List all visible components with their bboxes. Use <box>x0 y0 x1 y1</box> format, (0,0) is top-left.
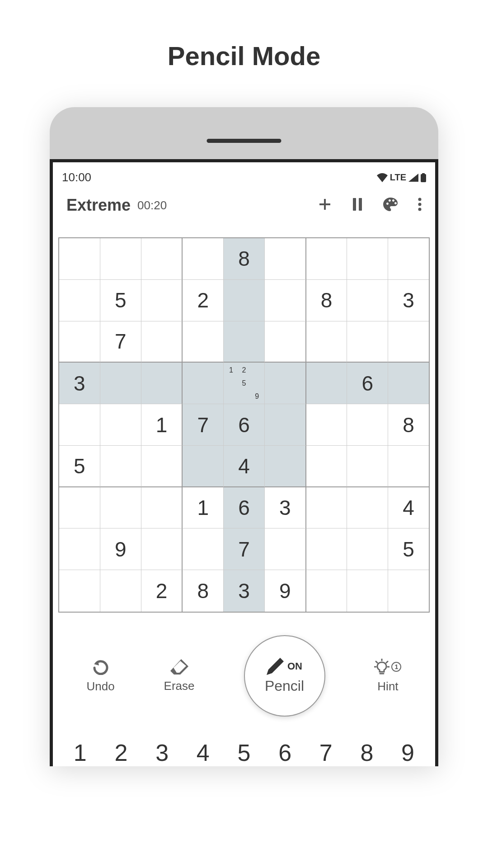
sudoku-cell[interactable] <box>100 570 141 612</box>
sudoku-cell[interactable] <box>59 280 100 321</box>
sudoku-cell[interactable] <box>347 238 388 280</box>
sudoku-cell[interactable]: 9 <box>100 528 141 570</box>
sudoku-cell[interactable] <box>347 487 388 529</box>
sudoku-cell[interactable] <box>388 363 429 404</box>
sudoku-cell[interactable]: 5 <box>100 280 141 321</box>
pencil-toggle-button[interactable]: ON Pencil <box>244 635 325 717</box>
sudoku-cell[interactable] <box>306 404 347 446</box>
sudoku-cell[interactable]: 9 <box>265 570 306 612</box>
sudoku-cell[interactable] <box>265 446 306 487</box>
sudoku-cell[interactable]: 6 <box>347 363 388 404</box>
sudoku-cell[interactable] <box>141 528 183 570</box>
sudoku-cell[interactable] <box>347 570 388 612</box>
add-button[interactable] <box>318 198 332 213</box>
sudoku-cell[interactable] <box>59 570 100 612</box>
sudoku-cell[interactable] <box>347 321 388 363</box>
sudoku-cell[interactable] <box>224 321 265 363</box>
sudoku-cell[interactable]: 2 <box>141 570 183 612</box>
sudoku-cell[interactable]: 3 <box>388 280 429 321</box>
sudoku-cell[interactable] <box>347 446 388 487</box>
sudoku-cell[interactable] <box>388 570 429 612</box>
numpad-2[interactable]: 2 <box>105 739 137 766</box>
numpad-7[interactable]: 7 <box>310 739 342 766</box>
sudoku-cell[interactable]: 3 <box>265 487 306 529</box>
sudoku-cell[interactable] <box>224 280 265 321</box>
sudoku-cell[interactable]: 7 <box>183 404 224 446</box>
sudoku-cell[interactable] <box>59 321 100 363</box>
sudoku-cell[interactable] <box>306 321 347 363</box>
sudoku-cell[interactable]: 2 <box>183 280 224 321</box>
sudoku-cell[interactable] <box>59 487 100 529</box>
sudoku-cell[interactable]: 6 <box>224 487 265 529</box>
sudoku-cell[interactable] <box>306 487 347 529</box>
sudoku-cell[interactable]: 7 <box>224 528 265 570</box>
sudoku-cell[interactable] <box>141 487 183 529</box>
undo-button[interactable]: Undo <box>86 659 114 693</box>
sudoku-cell[interactable] <box>388 321 429 363</box>
sudoku-cell[interactable] <box>388 238 429 280</box>
sudoku-cell[interactable] <box>306 570 347 612</box>
sudoku-cell[interactable]: 1259 <box>224 363 265 404</box>
sudoku-cell[interactable] <box>388 446 429 487</box>
sudoku-cell[interactable]: 8 <box>306 280 347 321</box>
numpad-4[interactable]: 4 <box>187 739 219 766</box>
pause-button[interactable] <box>352 198 363 212</box>
sudoku-cell[interactable] <box>306 238 347 280</box>
sudoku-cell[interactable] <box>347 528 388 570</box>
sudoku-cell[interactable] <box>183 446 224 487</box>
sudoku-cell[interactable] <box>141 238 183 280</box>
sudoku-cell[interactable]: 3 <box>59 363 100 404</box>
sudoku-cell[interactable] <box>265 321 306 363</box>
theme-button[interactable] <box>383 198 398 213</box>
sudoku-cell[interactable] <box>59 404 100 446</box>
sudoku-board: 85283731259617685416349752839 <box>58 237 430 613</box>
sudoku-cell[interactable] <box>265 363 306 404</box>
sudoku-cell[interactable] <box>141 446 183 487</box>
sudoku-cell[interactable]: 6 <box>224 404 265 446</box>
sudoku-cell[interactable] <box>306 363 347 404</box>
sudoku-cell[interactable]: 8 <box>388 404 429 446</box>
sudoku-cell[interactable]: 5 <box>388 528 429 570</box>
sudoku-cell[interactable]: 8 <box>183 570 224 612</box>
sudoku-cell[interactable]: 3 <box>224 570 265 612</box>
sudoku-cell[interactable] <box>265 238 306 280</box>
sudoku-cell[interactable]: 1 <box>141 404 183 446</box>
sudoku-cell[interactable] <box>306 446 347 487</box>
sudoku-cell[interactable]: 4 <box>224 446 265 487</box>
more-button[interactable] <box>418 198 422 213</box>
sudoku-cell[interactable] <box>183 363 224 404</box>
sudoku-cell[interactable]: 7 <box>100 321 141 363</box>
sudoku-cell[interactable] <box>100 238 141 280</box>
sudoku-cell[interactable] <box>100 404 141 446</box>
numpad-6[interactable]: 6 <box>269 739 301 766</box>
numpad-9[interactable]: 9 <box>392 739 424 766</box>
sudoku-cell[interactable] <box>100 487 141 529</box>
sudoku-cell[interactable] <box>265 404 306 446</box>
numpad-1[interactable]: 1 <box>64 739 96 766</box>
sudoku-cell[interactable]: 4 <box>388 487 429 529</box>
numpad-5[interactable]: 5 <box>228 739 260 766</box>
sudoku-cell[interactable] <box>183 238 224 280</box>
erase-button[interactable]: Erase <box>164 659 195 693</box>
sudoku-cell[interactable] <box>141 363 183 404</box>
sudoku-cell[interactable] <box>265 280 306 321</box>
sudoku-cell[interactable] <box>183 528 224 570</box>
sudoku-cell[interactable] <box>141 321 183 363</box>
sudoku-cell[interactable] <box>59 238 100 280</box>
difficulty-label: Extreme <box>66 196 131 215</box>
sudoku-cell[interactable]: 5 <box>59 446 100 487</box>
sudoku-cell[interactable] <box>265 528 306 570</box>
sudoku-cell[interactable] <box>100 446 141 487</box>
numpad-8[interactable]: 8 <box>351 739 383 766</box>
hint-button[interactable]: 1 Hint <box>374 659 401 693</box>
sudoku-cell[interactable] <box>59 528 100 570</box>
sudoku-cell[interactable]: 1 <box>183 487 224 529</box>
sudoku-cell[interactable]: 8 <box>224 238 265 280</box>
sudoku-cell[interactable] <box>141 280 183 321</box>
sudoku-cell[interactable] <box>347 404 388 446</box>
sudoku-cell[interactable] <box>347 280 388 321</box>
sudoku-cell[interactable] <box>183 321 224 363</box>
sudoku-cell[interactable] <box>306 528 347 570</box>
sudoku-cell[interactable] <box>100 363 141 404</box>
numpad-3[interactable]: 3 <box>146 739 178 766</box>
